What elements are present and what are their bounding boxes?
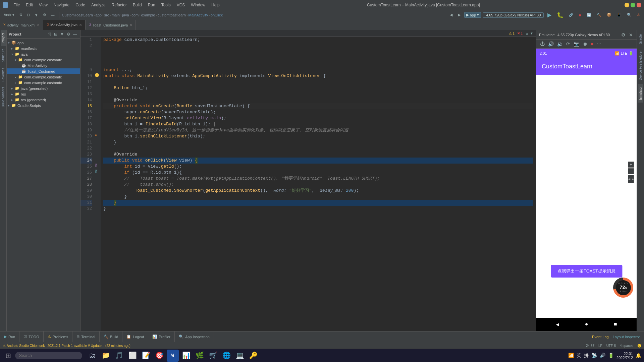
file-encoding[interactable]: UTF-8 xyxy=(606,344,616,348)
menu-refactor[interactable]: Refactor xyxy=(109,2,129,8)
tree-item-toast-customed[interactable]: ☕ Toast_Customed xyxy=(7,68,80,74)
tray-lang[interactable]: 英 xyxy=(577,353,581,359)
tree-item-com3[interactable]: ▸ 📁 com.example.customtc xyxy=(7,80,80,85)
taskbar-app-keys[interactable]: 🔑 xyxy=(247,350,259,362)
collapse-all-button[interactable]: ⊟ xyxy=(25,12,32,18)
hector-icon[interactable]: 🙂 xyxy=(637,344,641,348)
bc-package[interactable]: customtoastlearn xyxy=(158,13,186,17)
project-sync-btn[interactable]: ⇅ xyxy=(47,32,52,37)
stop-button[interactable]: ■ xyxy=(577,12,583,18)
tree-item-com1[interactable]: ▾ 📁 com.example.customtc xyxy=(7,57,80,63)
emu-more-btn[interactable]: ⋯ xyxy=(596,41,602,47)
project-filter-btn[interactable]: ▼ xyxy=(59,32,65,37)
search-everywhere-button[interactable]: 🔍 xyxy=(625,12,633,18)
taskbar-app-store[interactable]: ⬜ xyxy=(126,350,139,362)
line-ending[interactable]: LF xyxy=(598,344,602,348)
device-selector[interactable]: 4.65 720p (Galaxy Nexus) API 30 xyxy=(483,12,544,18)
code-text-area[interactable]: package com.example.customtoastlearn; im… xyxy=(101,37,536,331)
nav-back-btn[interactable]: ◀ xyxy=(556,321,559,328)
close-tab-activity-main[interactable]: ✕ xyxy=(37,23,40,27)
system-clock[interactable]: 22:01 2022/7/12 xyxy=(616,352,633,360)
bottom-tab-run[interactable]: ▶ Run xyxy=(0,331,19,342)
gutter-annotation-marker[interactable]: @ xyxy=(95,164,97,167)
nav-home-btn[interactable]: ● xyxy=(585,321,588,327)
project-collapse-btn[interactable]: ⊟ xyxy=(53,32,58,37)
layout-inspector-link[interactable]: Layout Inspector xyxy=(613,335,640,339)
gutter-debug-marker[interactable]: ● xyxy=(95,133,97,137)
emu-record-btn[interactable]: ⏺ xyxy=(582,41,588,47)
sync-button[interactable]: ⇅ xyxy=(17,12,24,18)
tree-item-java-gen[interactable]: ▸ 📁 java (generated) xyxy=(7,85,80,91)
taskbar-app-notepad[interactable]: 📝 xyxy=(140,350,152,362)
bc-class[interactable]: MainActivity xyxy=(188,13,208,17)
close-tab-toast-customed[interactable]: ✕ xyxy=(129,23,132,27)
emu-rotate-btn[interactable]: ⟳ xyxy=(565,41,571,47)
bottom-tab-profiler[interactable]: 📊 Profiler xyxy=(148,331,175,342)
taskbar-app-browser[interactable]: 🌐 xyxy=(220,350,232,362)
bc-module[interactable]: app xyxy=(96,13,102,17)
tray-battery[interactable]: 🔋 xyxy=(608,353,614,358)
menu-analyze[interactable]: Analyze xyxy=(89,2,108,8)
menu-edit[interactable]: Edit xyxy=(23,2,36,8)
bc-example[interactable]: example xyxy=(141,13,155,17)
tree-item-res[interactable]: ▸ 📁 res xyxy=(7,91,80,97)
menu-run[interactable]: Run xyxy=(145,2,158,8)
taskbar-search-input[interactable] xyxy=(15,352,82,359)
emu-vol-down-btn[interactable]: 🔉 xyxy=(556,41,564,47)
attach-debugger-button[interactable]: 🔗 xyxy=(567,12,575,18)
gutter-override-marker[interactable]: @ xyxy=(95,170,97,173)
error-nav-up[interactable]: ▲ xyxy=(525,32,529,35)
emu-power-btn[interactable]: ⏻ xyxy=(539,41,546,47)
settings-button[interactable]: ⚙ xyxy=(41,12,48,18)
menu-code[interactable]: Code xyxy=(73,2,88,8)
panel-project[interactable]: Project xyxy=(1,30,6,46)
tab-toast-customed[interactable]: J Toast_Customed.java ✕ xyxy=(86,20,136,30)
bottom-tab-logcat[interactable]: 📋 Logcat xyxy=(122,331,148,342)
emu-stop-btn[interactable]: ■ xyxy=(590,41,594,47)
editor-content-area[interactable]: 1 2 9 10 11 12 13 14 15 16 17 18 19 20 2… xyxy=(80,37,536,331)
debug-button[interactable]: 🐛 xyxy=(555,11,565,19)
tab-mainactivity[interactable]: J MainActivity.java ✕ xyxy=(43,20,86,30)
project-selector[interactable]: Andr.▾ xyxy=(2,12,16,18)
menu-tools[interactable]: Tools xyxy=(159,2,173,8)
close-button[interactable] xyxy=(637,3,641,7)
emu-screenshot-btn[interactable]: 📷 xyxy=(573,41,580,47)
maximize-button[interactable] xyxy=(631,3,635,7)
taskbar-app-game[interactable]: 🎯 xyxy=(153,350,165,362)
run-config-dropdown[interactable]: ▶ app ▾ xyxy=(464,12,481,18)
gutter-warning-marker[interactable] xyxy=(95,73,99,77)
bottom-tab-build[interactable]: 🔨 Build xyxy=(100,331,122,342)
event-log-link[interactable]: Event Log xyxy=(592,335,609,339)
project-settings-btn[interactable]: ⚙ xyxy=(66,32,71,37)
filter-button[interactable]: ▼ xyxy=(33,12,40,18)
bottom-tab-problems[interactable]: ⚠ Problems xyxy=(44,331,72,342)
minimize-panel-button[interactable]: — xyxy=(49,12,56,18)
menu-window[interactable]: Window xyxy=(188,2,208,8)
tab-activity-main[interactable]: X activity_main.xml ✕ xyxy=(0,20,43,30)
project-hide-btn[interactable]: — xyxy=(72,32,78,37)
run-button[interactable]: ▶ xyxy=(546,11,553,19)
bc-src[interactable]: src xyxy=(104,13,109,17)
taskbar-app-media[interactable]: 🎵 xyxy=(113,350,125,362)
menu-vcs[interactable]: VCS xyxy=(174,2,188,8)
nav-recent-btn[interactable]: ■ xyxy=(614,321,617,327)
panel-favorites[interactable]: Favorites xyxy=(1,65,6,84)
minimize-button[interactable] xyxy=(625,3,629,7)
indent-setting[interactable]: 4 spaces xyxy=(620,344,633,348)
panel-device-file-explorer[interactable]: Device File Explorer xyxy=(638,48,643,83)
panel-emulator[interactable]: Emulator xyxy=(638,84,643,103)
sdk-manager-button[interactable]: 📦 xyxy=(605,12,613,18)
zoom-ratio-display[interactable]: 1:1 xyxy=(628,175,634,183)
taskbar-app-files[interactable]: 📁 xyxy=(100,350,112,362)
tree-item-mainactivity[interactable]: ☕ MainActivity xyxy=(7,63,80,68)
menu-build[interactable]: Build xyxy=(130,2,145,8)
emulator-settings-btn[interactable]: ⚙ xyxy=(620,32,627,38)
error-nav-down[interactable]: ▼ xyxy=(530,32,533,35)
sync-gradle-button[interactable]: 🔄 xyxy=(585,12,593,18)
tree-item-gradle[interactable]: ▸ 📁 Gradle Scripts xyxy=(7,103,80,108)
zoom-in-btn[interactable]: + xyxy=(628,162,634,168)
build-button[interactable]: 🔨 xyxy=(595,12,603,18)
menu-navigate[interactable]: Navigate xyxy=(51,2,72,8)
bottom-tab-app-inspection[interactable]: 🔍 App Inspection xyxy=(175,331,214,342)
taskbar-app-explorer[interactable]: 🗂 xyxy=(86,350,98,362)
